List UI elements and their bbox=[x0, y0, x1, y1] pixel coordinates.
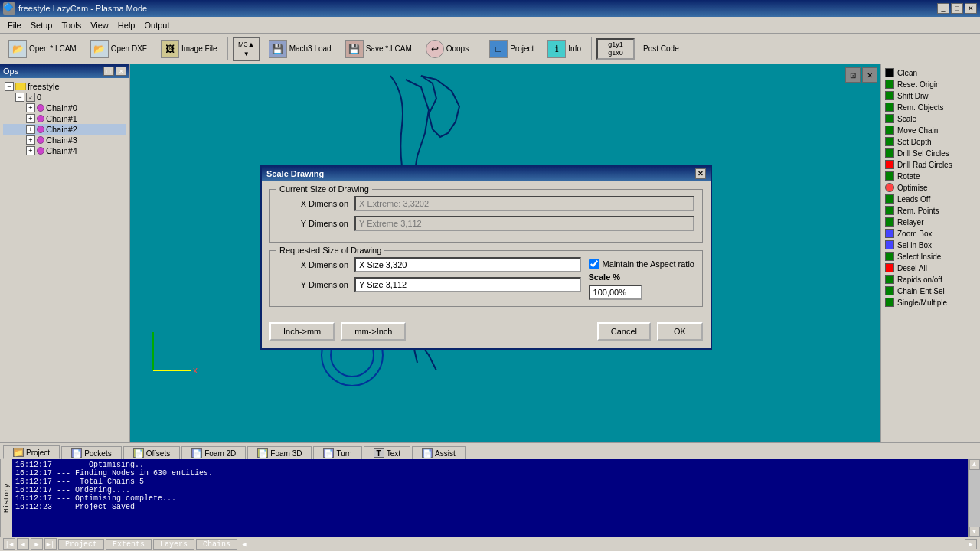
requested-y-row: Y Dimension bbox=[278, 277, 581, 292]
current-x-input[interactable] bbox=[354, 196, 694, 211]
scale-dialog-titlebar: Scale Drawing ✕ bbox=[262, 166, 710, 181]
current-size-group: Current Size of Drawing X Dimension Y Di… bbox=[270, 189, 703, 243]
scale-dialog-title: Scale Drawing bbox=[266, 169, 324, 178]
requested-size-inputs: X Dimension Y Dimension bbox=[278, 257, 581, 300]
maintain-aspect-wrap: Maintain the Aspect ratio bbox=[589, 259, 694, 269]
scale-pct-area: Maintain the Aspect ratio Scale % bbox=[589, 257, 694, 300]
requested-x-input[interactable] bbox=[354, 257, 581, 272]
requested-size-group: Requested Size of Drawing X Dimension Y … bbox=[270, 250, 703, 307]
dialog-buttons-row: Inch->mm mm->Inch Cancel OK bbox=[270, 315, 703, 341]
current-x-label: X Dimension bbox=[278, 199, 354, 208]
requested-size-title: Requested Size of Drawing bbox=[276, 246, 384, 255]
requested-x-label: X Dimension bbox=[278, 260, 354, 269]
requested-x-row: X Dimension bbox=[278, 257, 581, 272]
dialog-ok-cancel: Cancel OK bbox=[597, 319, 703, 341]
requested-size-content: X Dimension Y Dimension Maintain the Asp… bbox=[278, 257, 694, 300]
scale-dialog: Scale Drawing ✕ Current Size of Drawing … bbox=[260, 165, 712, 350]
mm-inch-button[interactable]: mm->Inch bbox=[341, 322, 406, 341]
scale-pct-title: Scale % bbox=[589, 272, 621, 282]
scale-dialog-close-button[interactable]: ✕ bbox=[695, 168, 706, 179]
ok-button[interactable]: OK bbox=[657, 322, 703, 341]
maintain-aspect-checkbox[interactable] bbox=[589, 259, 599, 269]
scale-dialog-body: Current Size of Drawing X Dimension Y Di… bbox=[262, 181, 710, 348]
scale-pct-input[interactable] bbox=[589, 285, 642, 300]
maintain-aspect-label: Maintain the Aspect ratio bbox=[603, 259, 694, 269]
current-y-input[interactable] bbox=[354, 216, 694, 231]
inch-mm-button[interactable]: Inch->mm bbox=[270, 322, 335, 341]
current-y-row: Y Dimension bbox=[278, 216, 694, 231]
current-y-label: Y Dimension bbox=[278, 219, 354, 228]
requested-y-input[interactable] bbox=[354, 277, 581, 292]
cancel-button[interactable]: Cancel bbox=[597, 322, 651, 341]
current-x-row: X Dimension bbox=[278, 196, 694, 211]
modal-overlay: Scale Drawing ✕ Current Size of Drawing … bbox=[0, 0, 980, 551]
current-size-title: Current Size of Drawing bbox=[276, 184, 372, 194]
dialog-buttons: Inch->mm mm->Inch bbox=[270, 319, 406, 341]
requested-y-label: Y Dimension bbox=[278, 280, 354, 289]
